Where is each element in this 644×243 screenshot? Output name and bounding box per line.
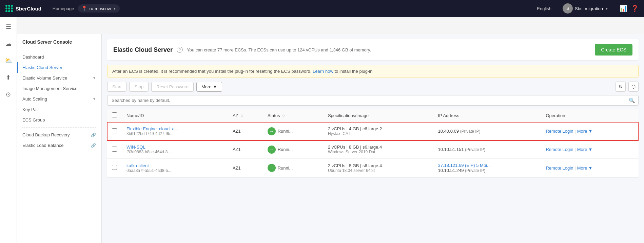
- server-id: 3b6122bd-f749-4d27-9b...: [126, 131, 223, 136]
- col-name: Name/ID: [122, 109, 228, 122]
- cbr-link-icon: 🔗: [91, 133, 96, 137]
- help-icon[interactable]: ❓: [631, 5, 639, 12]
- nav-divider-2: [557, 4, 557, 13]
- user-menu[interactable]: S Sbc_migration ▼: [563, 3, 608, 14]
- more-operation-button[interactable]: More ▼: [577, 147, 593, 152]
- server-table: Name/ID AZ ▽ Status ▽ Specifications/Ima…: [107, 109, 639, 177]
- remote-login-link[interactable]: Remote Login: [546, 147, 573, 152]
- nav-divider-1: [47, 4, 47, 13]
- region-chevron-icon: ▼: [113, 7, 116, 10]
- start-button[interactable]: Start: [107, 82, 126, 92]
- status-running-icon: →: [268, 164, 276, 172]
- create-ecs-button[interactable]: Create ECS: [595, 44, 632, 56]
- sidebar-divider: [22, 127, 96, 128]
- avatar: S: [563, 3, 573, 14]
- az-cell: AZ1: [228, 159, 263, 177]
- server-name-link[interactable]: Flexible Engine_cloud_a...: [126, 126, 223, 131]
- stats-icon[interactable]: 📊: [620, 5, 627, 12]
- username: Sbc_migration: [575, 6, 603, 11]
- specs-cell: 2 vCPUs | 4 GB | c6.large.2Hystax_CATI: [323, 122, 433, 140]
- image-name: Windows Server 2019 Dat...: [328, 150, 429, 154]
- col-specs: Specifications/Image: [323, 109, 433, 122]
- ip-label: (Private IP): [465, 147, 485, 152]
- homepage-link[interactable]: Homepage: [53, 6, 74, 11]
- remote-login-link[interactable]: Remote Login: [546, 165, 573, 171]
- specs-cell: 2 vCPUs | 8 GB | s6.large.4Windows Serve…: [323, 140, 433, 159]
- topnav: SberCloud Homepage 📍 ru-moscow ▼ English…: [0, 0, 644, 17]
- ip-label: (Private IP): [460, 129, 481, 134]
- ip-private-value: 10.10.51.151: [438, 147, 464, 152]
- stop-button[interactable]: Stop: [129, 82, 149, 92]
- sidebar-item-cbr[interactable]: Cloud Backup Recovery 🔗: [17, 130, 101, 140]
- row-checkbox[interactable]: [112, 165, 117, 170]
- ims-label: Image Management Service: [22, 86, 78, 91]
- more-operation-button[interactable]: More ▼: [577, 165, 593, 171]
- sidebar-item-ecs[interactable]: Elastic Cloud Server: [17, 62, 101, 73]
- cloud-upload-icon[interactable]: ⬆: [4, 72, 13, 83]
- op-divider: |: [574, 147, 575, 152]
- page-help-icon[interactable]: ?: [177, 47, 183, 53]
- elb-link-icon: 🔗: [91, 143, 96, 148]
- search-bar-wrap: 🔍: [107, 95, 639, 106]
- cloud-icon[interactable]: ☁: [3, 38, 14, 49]
- search-icon: 🔍: [629, 97, 635, 104]
- main-content: Elastic Cloud Server ? You can create 77…: [102, 34, 644, 243]
- server-name-link[interactable]: kafka-client: [126, 163, 223, 168]
- server-name-link[interactable]: WIN-SQL: [126, 145, 223, 150]
- status-text: Runni...: [278, 165, 293, 171]
- ip-cell: 10.40.0.69 (Private IP): [433, 122, 541, 140]
- az-cell: AZ1: [228, 140, 263, 159]
- hamburger-icon[interactable]: ☰: [4, 21, 13, 32]
- cloud-network-icon[interactable]: ⛅: [3, 55, 14, 66]
- status-running-icon: →: [268, 127, 276, 135]
- row-checkbox[interactable]: [112, 128, 117, 133]
- az-cell: AZ1: [228, 122, 263, 140]
- server-name-cell: WIN-SQLf83d0883-b8ac-464d-8...: [122, 140, 228, 159]
- table-row: WIN-SQLf83d0883-b8ac-464d-8...AZ1→Runni.…: [107, 140, 639, 159]
- remote-login-link[interactable]: Remote Login: [546, 129, 573, 134]
- sidebar-item-elb[interactable]: Elastic Load Balance 🔗: [17, 140, 101, 151]
- specs-value: 2 vCPUs | 4 GB | c6.large.2: [328, 126, 429, 131]
- sidebar-item-keypair[interactable]: Key Pair: [17, 104, 101, 115]
- circle-icon[interactable]: ⊙: [4, 89, 13, 100]
- region-selector[interactable]: 📍 ru-moscow ▼: [78, 4, 119, 13]
- logo-icon: [5, 5, 13, 12]
- ecs-label: Elastic Cloud Server: [22, 65, 62, 70]
- sidebar-item-ims[interactable]: Image Management Service: [17, 83, 101, 94]
- sidebar-item-ecsgroup[interactable]: ECS Group: [17, 115, 101, 125]
- cbr-label: Cloud Backup Recovery: [22, 132, 70, 137]
- operation-cell: Remote Login|More ▼: [541, 122, 639, 140]
- sidebar-item-evs[interactable]: Elastic Volume Service ▼: [17, 73, 101, 83]
- search-input[interactable]: [107, 95, 639, 106]
- as-label: Auto Scaling: [22, 96, 47, 102]
- status-filter-icon[interactable]: ▽: [282, 114, 285, 118]
- sidebar-item-as[interactable]: Auto Scaling ▼: [17, 94, 101, 104]
- sidebar-item-dashboard[interactable]: Dashboard: [17, 52, 101, 62]
- alert-text-after: to install the plug-in: [334, 69, 372, 74]
- alert-bar: After an ECS is created, it is recommend…: [107, 65, 639, 78]
- ip-main: 10.10.51.151 (Private IP): [438, 147, 536, 152]
- language-selector[interactable]: English: [537, 6, 551, 11]
- ip-main: 37.18.121.69 (EIP) 5 Mbi...: [438, 163, 536, 168]
- image-name: Ubuntu 18.04 server 64bit: [328, 168, 429, 173]
- evs-arrow-icon: ▼: [93, 76, 96, 80]
- reset-password-button[interactable]: Reset Password: [151, 82, 194, 92]
- server-name-cell: kafka-client0aaa3a7f-a551-4ad8-b...: [122, 159, 228, 177]
- more-op-chevron-icon: ▼: [588, 129, 592, 134]
- status-running-icon: →: [268, 146, 276, 154]
- table-row: kafka-client0aaa3a7f-a551-4ad8-b...AZ1→R…: [107, 159, 639, 177]
- refresh-icon: ↻: [619, 84, 623, 89]
- az-filter-icon[interactable]: ▽: [240, 114, 243, 118]
- more-operation-button[interactable]: More ▼: [577, 129, 593, 134]
- export-button[interactable]: ⬡: [628, 82, 639, 92]
- brand-name: SberCloud: [16, 6, 41, 12]
- left-sidebar: Cloud Server Console Dashboard Elastic C…: [17, 34, 102, 243]
- select-all-checkbox[interactable]: [112, 112, 117, 117]
- learn-how-link[interactable]: Learn how: [313, 69, 333, 74]
- ip-private-value: 10.40.0.69: [438, 129, 459, 134]
- quota-info: You can create 77 more ECSs. The ECSs ca…: [187, 47, 591, 52]
- row-checkbox[interactable]: [112, 147, 117, 152]
- refresh-button[interactable]: ↻: [616, 82, 626, 92]
- more-button[interactable]: More ▼: [196, 82, 222, 92]
- evs-label: Elastic Volume Service: [22, 75, 67, 81]
